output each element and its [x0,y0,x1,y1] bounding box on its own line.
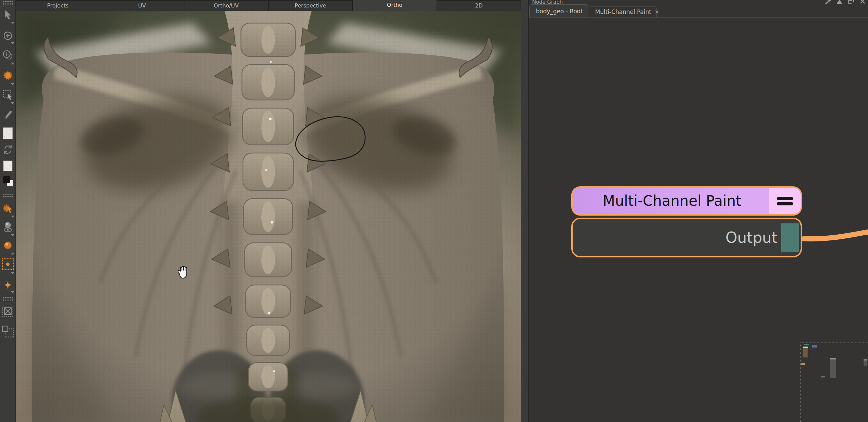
stacked-squares-icon [1,325,15,338]
tool-flyout-arrow-icon[interactable] [11,22,14,24]
dragon-model-render [16,11,521,422]
paint-tool-button[interactable] [2,70,14,81]
transform-tool-button[interactable] [2,203,14,214]
node-graph-tab-root[interactable]: body_geo - Root [529,4,588,17]
float-window-icon[interactable] [848,0,854,5]
minimap-port-marker [804,344,809,345]
node-graph-tab-multichannel[interactable]: Multi-Channel Paint✕ [589,6,657,17]
select-tool-button[interactable] [2,9,14,20]
tool-flyout-arrow-icon[interactable] [11,63,14,65]
minimap-selected-node [803,347,808,357]
blade-tool-button[interactable] [2,109,14,120]
multi-channel-paint-node[interactable]: Multi-Channel Paint Output [571,186,802,257]
panel-header-buttons [824,0,866,5]
spark-icon [2,281,14,290]
paint-buffer-swatch[interactable] [2,126,14,140]
clear-tool-button[interactable] [2,305,14,317]
tab-ortho-uv[interactable]: Ortho/UV [184,1,268,11]
tool-flyout-arrow-icon[interactable] [11,253,14,255]
marquee-arrow-icon [2,89,14,101]
toolbar-grip-handle[interactable] [2,1,13,5]
brush-icon[interactable] [824,0,831,5]
orange-sphere-icon [2,240,14,251]
tool-flyout-arrow-icon[interactable] [11,83,14,85]
paint-splat-icon [2,70,14,81]
sync-tool-button[interactable] [2,144,14,155]
blade-icon [2,109,14,120]
foreground-color-swatch[interactable] [2,160,14,172]
minimap-node [821,376,825,377]
dual-circle-plus-tool-button[interactable] [2,49,14,61]
sphere-tool-button[interactable] [2,240,14,251]
tab-ortho[interactable]: Ortho [353,0,437,11]
minimap-node [830,358,836,378]
node-body[interactable]: Output [571,218,802,257]
output-port[interactable] [781,223,799,252]
tab-uv[interactable]: UV [100,1,184,11]
left-toolbar [0,0,16,422]
output-port-label: Output [725,219,777,256]
close-icon[interactable] [859,0,866,5]
eye-sphere-icon [2,221,14,233]
visibility-tool-button[interactable] [2,221,14,233]
gear-arrow-icon [2,203,14,214]
toolbar-grip-handle[interactable] [2,194,13,198]
minimap-node [812,345,817,348]
active-tool-frame-button[interactable] [1,258,14,271]
tab-perspective[interactable]: Perspective [268,1,353,11]
tab-2d[interactable]: 2D [437,1,521,11]
circle-plus-tool-button[interactable] [2,30,14,41]
tool-flyout-arrow-icon[interactable] [11,216,14,218]
copy-buffer-tool-button[interactable] [1,325,15,338]
background-color-swatch[interactable] [2,175,14,187]
dot-in-frame-icon [1,258,14,271]
node-header[interactable]: Multi-Channel Paint [571,186,802,216]
tool-flyout-arrow-icon[interactable] [11,42,14,44]
black-white-swatch-icon [2,175,14,187]
tab-close-icon[interactable]: ✕ [655,9,659,15]
mari-application-window: { "colors": { "panel_bg": "#343331", "to… [0,0,868,422]
panel-splitter[interactable] [521,0,529,422]
white-swatch-icon [2,160,14,172]
tab-projects[interactable]: Projects [16,1,100,11]
spark-tool-button[interactable] [2,281,14,290]
tool-flyout-arrow-icon[interactable] [11,291,14,293]
tool-flyout-arrow-icon[interactable] [11,234,14,236]
menu-bars-icon [777,202,793,205]
dual-circle-plus-icon [2,49,14,61]
node-graph-panel: Node Graph body_geo - Root Multi-Channel… [529,0,868,422]
minimap-node [801,363,805,365]
toolbar-grip-handle[interactable] [2,297,13,301]
node-graph-minimap[interactable] [800,342,868,422]
node-title: Multi-Channel Paint [576,188,768,214]
select-arrow-icon [2,9,14,20]
sync-arrows-icon [2,144,14,155]
tab-label: Multi-Channel Paint [595,9,651,15]
viewport-tab-bar: Projects UV Ortho/UV Perspective Ortho 2… [16,0,521,11]
menu-bars-icon [777,197,793,200]
dotted-canvas-icon [2,126,14,140]
node-menu-button[interactable] [769,188,801,214]
marquee-select-tool-button[interactable] [2,89,14,101]
tool-flyout-arrow-icon[interactable] [11,272,14,274]
node-graph-canvas[interactable]: Multi-Channel Paint Output [529,18,868,422]
circle-plus-icon [2,30,14,41]
boxed-x-icon [2,305,14,317]
viewport-3d-canvas[interactable] [16,11,521,422]
tool-flyout-arrow-icon[interactable] [11,102,14,104]
minimap-node [864,359,867,366]
pin-triangle-icon[interactable] [836,0,843,5]
